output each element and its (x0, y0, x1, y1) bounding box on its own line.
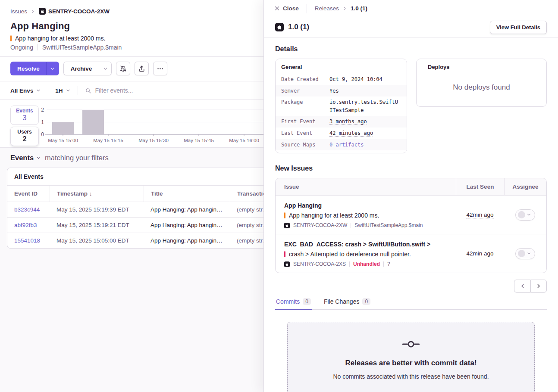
kv-value: Yes (329, 87, 401, 95)
chevron-right-icon (31, 9, 35, 14)
issue-link[interactable]: EXC_BAD_ACCESS: crash > SwiftUI/Button.s… (284, 241, 447, 248)
kv-key: Package (281, 98, 329, 114)
event-graph-section: Events 3 Users 2 012May 15 15:00May 15 1… (0, 100, 263, 148)
chevron-left-icon (520, 283, 526, 289)
avatar (518, 211, 525, 218)
users-count-toggle[interactable]: Users 2 (10, 127, 39, 146)
issue-context: SwiftUITestSampleApp.$main (354, 222, 423, 228)
chevron-down-icon (50, 66, 55, 72)
resolve-dropdown-button[interactable] (47, 62, 59, 75)
assignee-dropdown[interactable] (515, 248, 535, 259)
tab-file-changes-label: File Changes (324, 298, 360, 305)
column-header-event-id[interactable]: Event ID (7, 186, 50, 202)
pagination (275, 280, 547, 292)
release-tabs: Commits 0 File Changes 0 (275, 296, 547, 310)
svg-text:2: 2 (41, 107, 44, 113)
divider (48, 86, 48, 95)
filter-events-input[interactable] (95, 87, 190, 94)
close-label: Close (283, 5, 299, 12)
environment-selector[interactable]: All Envs (10, 87, 41, 94)
resolve-button[interactable]: Resolve (10, 62, 47, 75)
chevron-down-icon (66, 88, 71, 93)
environment-selector-label: All Envs (10, 87, 33, 94)
issue-link[interactable]: App Hanging (284, 202, 447, 209)
apple-platform-icon (39, 8, 46, 15)
svg-text:0: 0 (41, 131, 44, 137)
release-titlebar: 1.0 (1) View Full Details (264, 17, 558, 37)
source-maps-link[interactable]: 0 artifacts (329, 142, 364, 148)
breadcrumb-project[interactable]: SENTRY-COCOA-2XW (39, 8, 110, 15)
events-count-label: Events (11, 108, 38, 114)
drawer-topbar: Close Releases 1.0 (1) (264, 0, 558, 17)
chevron-down-icon (36, 88, 41, 93)
column-header-timestamp[interactable]: Timestamp↓ (50, 186, 144, 202)
kv-key: Source Maps (281, 141, 329, 149)
issue-context: SwiftUITestSampleApp.$main (42, 44, 122, 51)
archive-button[interactable]: Archive (63, 62, 100, 75)
time-range-label: 1H (55, 87, 63, 94)
tab-file-changes[interactable]: File Changes 0 (323, 296, 371, 309)
breadcrumb: Issues SENTRY-COCOA-2XW (10, 8, 253, 15)
column-header-last-seen: Last Seen (456, 178, 504, 195)
upload-icon (138, 65, 145, 72)
breadcrumb-current: 1.0 (1) (351, 5, 367, 12)
event-transaction: (empty str… (230, 202, 263, 217)
issue-details-pane: Issues SENTRY-COCOA-2XW App Hanging App … (0, 0, 263, 392)
events-count-value: 3 (11, 114, 38, 122)
events-count-toggle[interactable]: Events 3 (10, 106, 39, 125)
release-details-drawer: Close Releases 1.0 (1) 1.0 (1) View Full… (263, 0, 558, 392)
svg-text:1: 1 (41, 119, 44, 125)
event-title: App Hanging: App hangin… (144, 233, 230, 248)
events-list-section: Events matching your filters All Events … (0, 148, 263, 392)
kv-value: 42 minutes ago (329, 129, 401, 137)
kv-value: 0 artifacts (329, 141, 401, 149)
tab-commits[interactable]: Commits 0 (275, 296, 312, 309)
chevron-right-icon (342, 6, 347, 11)
general-card-title: General (276, 64, 407, 74)
table-row[interactable]: 15541018 May 15, 2025 15:05:00 EDT App H… (7, 233, 263, 248)
issue-header: Issues SENTRY-COCOA-2XW App Hanging App … (0, 0, 263, 51)
kv-key: First Event (281, 118, 329, 126)
assignee-dropdown[interactable] (515, 209, 535, 221)
view-full-details-button[interactable]: View Full Details (490, 21, 547, 34)
events-bar-chart: 012May 15 15:00May 15 15:15May 15 15:30M… (36, 106, 263, 147)
bell-slash-icon (119, 65, 127, 72)
chevron-down-icon (103, 66, 108, 72)
table-row[interactable]: abf92fb3 May 15, 2025 15:19:21 EDT App H… (7, 217, 263, 233)
issue-row[interactable]: EXC_BAD_ACCESS: crash > SwiftUI/Button.s… (276, 234, 546, 273)
issue-message: App hanging for at least 2000 ms. (15, 35, 105, 42)
release-title: 1.0 (1) (288, 23, 309, 31)
share-button[interactable] (135, 62, 149, 75)
column-header-title[interactable]: Title (144, 186, 230, 202)
column-header-transaction[interactable]: Transaction (230, 186, 263, 202)
commit-icon (402, 340, 420, 348)
svg-text:May 15 16:00: May 15 16:00 (229, 138, 259, 143)
table-row[interactable]: b323c944 May 15, 2025 15:19:39 EDT App H… (7, 202, 263, 217)
tab-file-changes-count: 0 (362, 298, 370, 305)
search-icon (85, 87, 91, 94)
event-id-link[interactable]: b323c944 (7, 202, 50, 217)
general-row: First Event 3 months ago (276, 116, 407, 128)
next-page-button[interactable] (530, 280, 547, 292)
event-id-link[interactable]: abf92fb3 (7, 218, 50, 233)
avatar (518, 250, 525, 257)
kv-key: Date Created (281, 75, 329, 84)
kv-value: 3 months ago (329, 118, 401, 126)
events-dropdown[interactable]: Events (10, 154, 41, 162)
time-range-selector[interactable]: 1H (55, 87, 70, 94)
issue-project-slug: SENTRY-COCOA-2XW (293, 222, 347, 228)
divider (349, 261, 350, 267)
mute-notifications-button[interactable] (116, 62, 130, 75)
event-id-link[interactable]: 15541018 (7, 233, 50, 248)
events-heading-suffix: matching your filters (45, 154, 109, 162)
breadcrumb-releases-link[interactable]: Releases (315, 5, 339, 12)
general-row: Last Event 42 minutes ago (276, 128, 407, 139)
previous-page-button[interactable] (514, 280, 530, 292)
general-row: Source Maps 0 artifacts (276, 139, 407, 151)
more-actions-button[interactable] (153, 62, 167, 75)
archive-dropdown-button[interactable] (99, 62, 112, 75)
close-drawer-button[interactable]: Close (274, 5, 299, 12)
divider (78, 86, 78, 95)
breadcrumb-issues-link[interactable]: Issues (10, 8, 27, 15)
issue-row[interactable]: App Hanging App hanging for at least 200… (276, 195, 546, 234)
